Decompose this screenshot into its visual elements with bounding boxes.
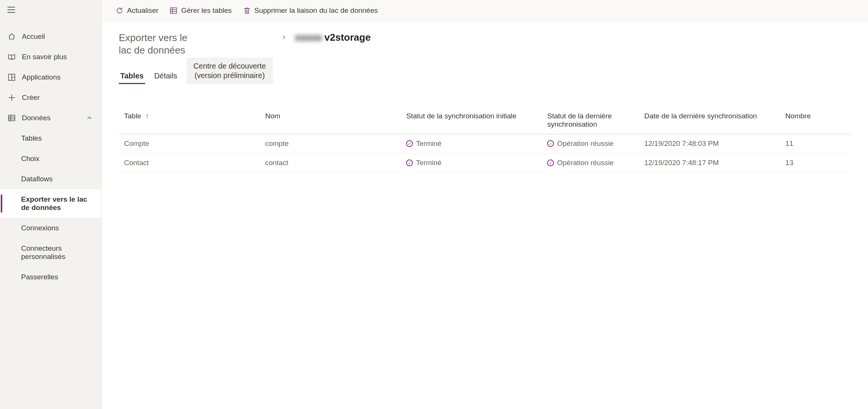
check-circle-icon: ✓ <box>406 140 413 147</box>
col-last-date[interactable]: Date de la dernière synchronisation <box>639 108 780 134</box>
toolbar-label: Gérer les tables <box>181 6 232 15</box>
chevron-up-icon <box>85 114 94 122</box>
sidebar-item-create[interactable]: Créer <box>0 87 101 108</box>
toolbar-label: Supprimer la liaison du lac de données <box>255 6 378 15</box>
tab-tables[interactable]: Tables <box>119 69 145 84</box>
refresh-button[interactable]: Actualiser <box>112 4 162 17</box>
tab-label: Tables <box>120 72 144 80</box>
breadcrumb-current-redacted: xxxxx <box>295 32 322 43</box>
cell-count: 11 <box>780 134 851 153</box>
sidebar-item-label: Accueil <box>22 32 45 41</box>
tab-label: Détails <box>154 72 177 80</box>
toolbar-label: Actualiser <box>127 6 158 15</box>
cell-name: compte <box>260 134 401 153</box>
apps-icon <box>8 73 16 81</box>
sidebar-sub-label: Dataflows <box>21 175 52 183</box>
check-circle-icon: ✓ <box>406 159 413 166</box>
sidebar-sub-choices[interactable]: Choix <box>0 149 101 169</box>
status-text: Opération réussie <box>557 139 613 148</box>
col-label: Statut de la dernière synchronisation <box>547 112 612 128</box>
sidebar-item-learn[interactable]: En savoir plus <box>0 47 101 67</box>
status-text: Terminé <box>416 139 442 148</box>
sidebar-sub-connections[interactable]: Connexions <box>0 218 101 238</box>
sidebar-sub-label: Tables <box>21 134 42 142</box>
status-text: Opération réussie <box>557 159 613 167</box>
sidebar: Accueil En savoir plus Applications Crée… <box>0 0 101 409</box>
sidebar-sub-gateways[interactable]: Passerelles <box>0 267 101 287</box>
svg-rect-13 <box>170 8 177 13</box>
sidebar-item-home[interactable]: Accueil <box>0 26 101 47</box>
tables-grid: Table ↑ Nom Statut de la synchronisation… <box>119 108 851 173</box>
cell-count: 13 <box>780 153 851 173</box>
main: Actualiser Gérer les tables Supprimer la… <box>101 0 868 409</box>
refresh-icon <box>116 7 123 14</box>
sidebar-sub-label: Passerelles <box>21 273 58 281</box>
unlink-button[interactable]: Supprimer la liaison du lac de données <box>239 4 382 17</box>
sidebar-sub-label: Exporter vers le lac de données <box>21 195 87 211</box>
table-icon <box>170 7 177 14</box>
manage-tables-button[interactable]: Gérer les tables <box>166 4 235 17</box>
hamburger-icon <box>8 6 15 15</box>
breadcrumb-separator <box>281 32 287 44</box>
col-name[interactable]: Nom <box>260 108 401 134</box>
tab-discovery-center[interactable]: Centre de découverte (version préliminai… <box>186 58 273 84</box>
col-count[interactable]: Nombre <box>780 108 851 134</box>
cell-last-date: 12/19/2020 7:48:03 PM <box>639 134 780 153</box>
col-label: Nombre <box>785 112 811 120</box>
tab-details[interactable]: Détails <box>153 69 179 84</box>
cell-last-status: ✓ Opération réussie <box>542 153 639 173</box>
check-circle-icon: ✓ <box>547 159 554 166</box>
col-label: Table <box>124 112 141 120</box>
toolbar: Actualiser Gérer les tables Supprimer la… <box>101 0 868 21</box>
breadcrumb-current: xxxxx v2storage <box>295 32 371 43</box>
sidebar-sub-export-datalake[interactable]: Exporter vers le lac de données <box>0 189 101 218</box>
cell-table: Compte <box>119 134 260 153</box>
col-label: Statut de la synchronisation initiale <box>406 112 517 120</box>
cell-table: Contact <box>119 153 260 173</box>
sidebar-sub-tables[interactable]: Tables <box>0 128 101 149</box>
table-row[interactable]: Compte compte ✓ Terminé ✓ Opération réus <box>119 134 851 153</box>
svg-rect-9 <box>9 115 15 121</box>
check-circle-icon: ✓ <box>547 140 554 147</box>
col-label: Nom <box>265 112 280 120</box>
sidebar-sub-label: Connexions <box>21 224 59 232</box>
sidebar-item-label: En savoir plus <box>22 53 67 61</box>
sidebar-item-data[interactable]: Données <box>0 108 101 128</box>
breadcrumb-root[interactable]: Exporter vers le lac de données <box>119 32 198 56</box>
col-init-status[interactable]: Statut de la synchronisation initiale <box>401 108 542 134</box>
page-header: Exporter vers le lac de données Tables D… <box>119 32 851 84</box>
tab-label: Centre de découverte (version préliminai… <box>193 62 266 80</box>
sidebar-sub-label: Choix <box>21 155 40 162</box>
col-last-status[interactable]: Statut de la dernière synchronisation <box>542 108 639 134</box>
data-icon <box>8 114 16 122</box>
home-icon <box>8 32 16 41</box>
breadcrumb-current-tail: v2storage <box>324 32 371 43</box>
sidebar-sub-custom-connectors[interactable]: Connecteurs personnalisés <box>0 238 101 267</box>
sidebar-item-label: Données <box>22 114 51 122</box>
plus-icon <box>8 93 16 102</box>
sidebar-sub-dataflows[interactable]: Dataflows <box>0 169 101 189</box>
sidebar-sub-label: Connecteurs personnalisés <box>21 244 65 260</box>
cell-init-status: ✓ Terminé <box>401 134 542 153</box>
cell-name: contact <box>260 153 401 173</box>
sort-asc-icon: ↑ <box>143 112 149 120</box>
table-header-row: Table ↑ Nom Statut de la synchronisation… <box>119 108 851 134</box>
col-table[interactable]: Table ↑ <box>119 108 260 134</box>
tabs: Tables Détails Centre de découverte (ver… <box>119 58 273 84</box>
trash-icon <box>243 7 251 14</box>
book-icon <box>8 53 16 61</box>
col-label: Date de la dernière synchronisation <box>644 112 757 120</box>
cell-last-status: ✓ Opération réussie <box>542 134 639 153</box>
status-text: Terminé <box>416 159 442 167</box>
sidebar-item-apps[interactable]: Applications <box>0 67 101 87</box>
table-row[interactable]: Contact contact ✓ Terminé ✓ Opération ré <box>119 153 851 173</box>
hamburger-button[interactable] <box>0 2 101 20</box>
sidebar-item-label: Applications <box>22 73 60 81</box>
cell-last-date: 12/19/2020 7:48:17 PM <box>639 153 780 173</box>
sidebar-item-label: Créer <box>22 93 40 102</box>
cell-init-status: ✓ Terminé <box>401 153 542 173</box>
